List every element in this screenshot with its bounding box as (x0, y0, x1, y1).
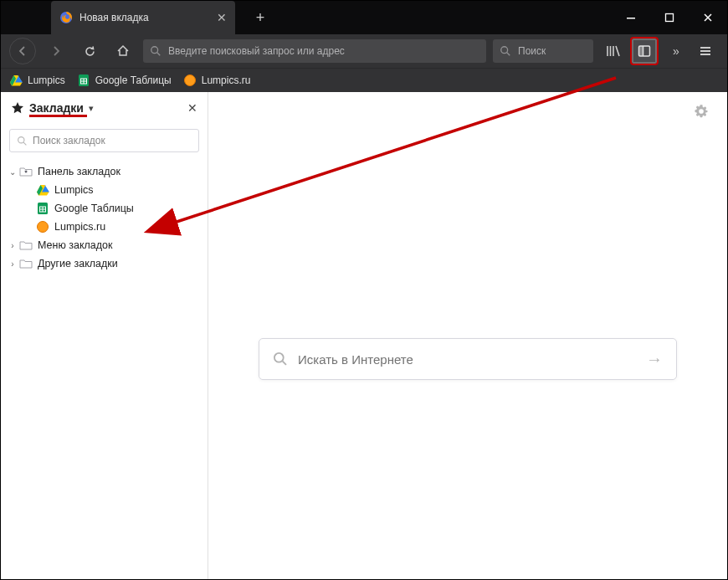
search-placeholder: Поиск (518, 45, 546, 57)
bookmarks-toolbar: Lumpics Google Таблицы Lumpics.ru (1, 68, 727, 92)
tree-folder-menu[interactable]: › Меню закладок (4, 236, 204, 254)
tree-label: Lumpics.ru (54, 221, 105, 233)
search-icon (17, 136, 28, 146)
search-bar[interactable]: Поиск (493, 39, 593, 63)
tree-bookmark-item[interactable]: Google Таблицы (33, 199, 204, 218)
library-shelf-icon[interactable] (600, 38, 627, 64)
bookmark-item[interactable]: Lumpics.ru (183, 74, 251, 87)
sheets-icon (77, 74, 90, 87)
tab-title: Новая вкладка (79, 12, 149, 23)
folder-icon (19, 257, 33, 270)
search-icon (150, 45, 161, 57)
tree-folder-toolbar[interactable]: ⌄ Панель закладок (4, 162, 204, 181)
svg-point-21 (274, 353, 284, 362)
folder-star-icon (19, 165, 33, 178)
newtab-page: Искать в Интернете → (208, 92, 727, 579)
maximize-button[interactable] (650, 1, 689, 34)
chevron-down-icon[interactable]: ▾ (89, 103, 94, 114)
tree-label: Google Таблицы (54, 203, 134, 214)
tree-bookmark-item[interactable]: Lumpics (33, 181, 204, 199)
sidebar-header: Закладки ▾ ✕ (1, 92, 208, 124)
reload-button[interactable] (76, 38, 103, 64)
address-placeholder: Введите поисковый запрос или адрес (168, 45, 345, 57)
svg-rect-2 (666, 14, 674, 22)
tree-bookmark-item[interactable]: Lumpics.ru (33, 218, 204, 236)
bookmark-item[interactable]: Lumpics (9, 74, 65, 87)
sidebar-search-placeholder: Поиск закладок (33, 135, 105, 146)
tree-label: Lumpics (54, 184, 94, 196)
home-button[interactable] (110, 38, 136, 64)
svg-point-4 (501, 47, 508, 54)
firefox-icon (59, 11, 73, 24)
search-icon (500, 45, 511, 57)
bookmark-label: Lumpics.ru (202, 74, 251, 86)
bookmarks-sidebar: Закладки ▾ ✕ Поиск закладок ⌄ Панель зак… (1, 92, 208, 579)
sidebar-search[interactable]: Поиск закладок (9, 129, 199, 152)
content-area: Закладки ▾ ✕ Поиск закладок ⌄ Панель зак… (1, 92, 727, 579)
twisty-closed-icon[interactable]: › (8, 241, 18, 250)
forward-button[interactable] (43, 38, 69, 64)
drive-icon (9, 74, 23, 87)
tree-folder-other[interactable]: › Другие закладки (4, 254, 204, 273)
tree-label: Другие закладки (38, 258, 118, 269)
address-bar[interactable]: Введите поисковый запрос или адрес (143, 39, 486, 63)
overflow-button[interactable]: » (662, 38, 689, 64)
arrow-right-icon[interactable]: → (646, 350, 663, 369)
title-bar: Новая вкладка ✕ + (1, 1, 727, 34)
svg-point-14 (18, 136, 24, 142)
drive-icon (36, 183, 49, 197)
newtab-search-field[interactable]: Искать в Интернете → (259, 338, 677, 380)
folder-icon (19, 239, 33, 252)
newtab-search-placeholder: Искать в Интернете (298, 352, 413, 367)
tree-label: Меню закладок (38, 239, 113, 251)
sidebar-close-button[interactable]: ✕ (187, 101, 197, 115)
sidebar-toggle-button[interactable] (630, 37, 659, 65)
gear-icon[interactable] (694, 104, 709, 122)
sidebar-icon (638, 44, 651, 58)
browser-window: Новая вкладка ✕ + Введите поисковый запр… (0, 0, 728, 580)
minimize-button[interactable] (612, 1, 650, 34)
window-controls (612, 1, 727, 34)
twisty-closed-icon[interactable]: › (8, 259, 18, 269)
browser-tab[interactable]: Новая вкладка ✕ (51, 1, 235, 34)
search-icon (273, 352, 288, 367)
orange-icon (36, 220, 49, 234)
twisty-open-icon[interactable]: ⌄ (8, 167, 18, 177)
close-tab-icon[interactable]: ✕ (217, 11, 227, 24)
svg-point-3 (151, 47, 158, 54)
bookmark-label: Google Таблицы (95, 74, 172, 86)
back-button[interactable] (9, 38, 36, 64)
new-tab-button[interactable]: + (244, 1, 277, 34)
svg-rect-1 (627, 18, 635, 19)
navigation-toolbar: Введите поисковый запрос или адрес Поиск… (1, 34, 727, 68)
bookmarks-tree: ⌄ Панель закладок Lumpics Google Таблицы… (1, 157, 208, 278)
sidebar-title[interactable]: Закладки (29, 101, 84, 115)
close-window-button[interactable] (689, 1, 727, 34)
sheets-icon (36, 202, 49, 215)
orange-icon (183, 74, 197, 87)
bookmark-item[interactable]: Google Таблицы (77, 74, 172, 87)
menu-button[interactable] (692, 38, 719, 64)
tree-label: Панель закладок (38, 166, 120, 177)
bookmark-label: Lumpics (28, 74, 65, 86)
star-icon (11, 101, 24, 115)
